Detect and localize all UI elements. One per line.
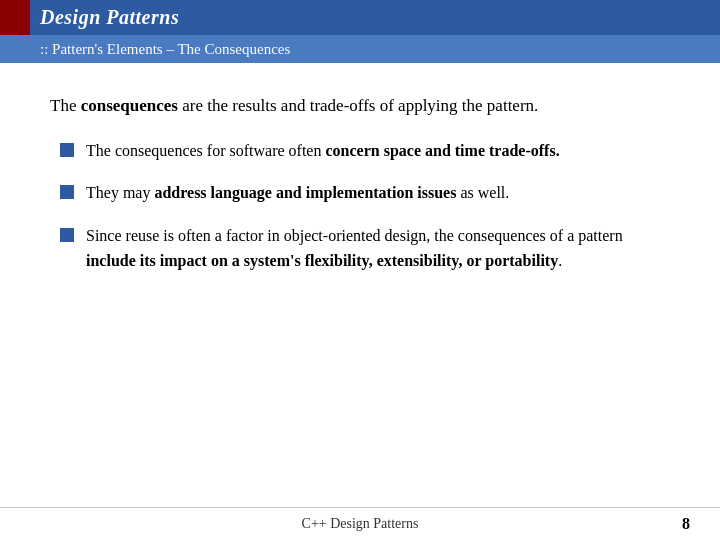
footer-label: C++ Design Patterns [302, 516, 419, 532]
bullet1-prefix: The consequences for software often [86, 142, 325, 159]
bullet-list: The consequences for software often conc… [50, 139, 670, 274]
subtitle-bar: :: Pattern's Elements – The Consequences [0, 35, 720, 63]
bullet-text-3: Since reuse is often a factor in object-… [86, 224, 670, 274]
bullet2-bold: address language and implementation issu… [154, 184, 456, 201]
slide-footer: C++ Design Patterns 8 [0, 507, 720, 540]
intro-suffix: are the results and trade-offs of applyi… [178, 96, 538, 115]
bullet-icon [60, 143, 74, 157]
intro-bold: consequences [81, 96, 178, 115]
bullet2-prefix: They may [86, 184, 154, 201]
list-item: They may address language and implementa… [60, 181, 670, 206]
bullet3-bold: include its impact on a system's flexibi… [86, 252, 558, 269]
page-number: 8 [682, 515, 690, 533]
bullet-text-1: The consequences for software often conc… [86, 139, 670, 164]
slide-content: The consequences are the results and tra… [0, 63, 720, 507]
intro-prefix: The [50, 96, 81, 115]
bullet1-bold: concern space and time trade-offs. [325, 142, 559, 159]
title-accent [0, 0, 30, 35]
bullet3-suffix: . [558, 252, 562, 269]
slide-container: Design Patterns :: Pattern's Elements – … [0, 0, 720, 540]
slide-subtitle: :: Pattern's Elements – The Consequences [40, 41, 290, 57]
slide-title: Design Patterns [40, 6, 179, 28]
intro-paragraph: The consequences are the results and tra… [50, 93, 670, 119]
bullet3-prefix: Since reuse is often a factor in object-… [86, 227, 623, 244]
title-bar: Design Patterns [0, 0, 720, 35]
list-item: Since reuse is often a factor in object-… [60, 224, 670, 274]
bullet2-suffix: as well. [456, 184, 509, 201]
bullet-icon [60, 185, 74, 199]
slide-header: Design Patterns :: Pattern's Elements – … [0, 0, 720, 63]
bullet-icon [60, 228, 74, 242]
bullet-text-2: They may address language and implementa… [86, 181, 670, 206]
list-item: The consequences for software often conc… [60, 139, 670, 164]
